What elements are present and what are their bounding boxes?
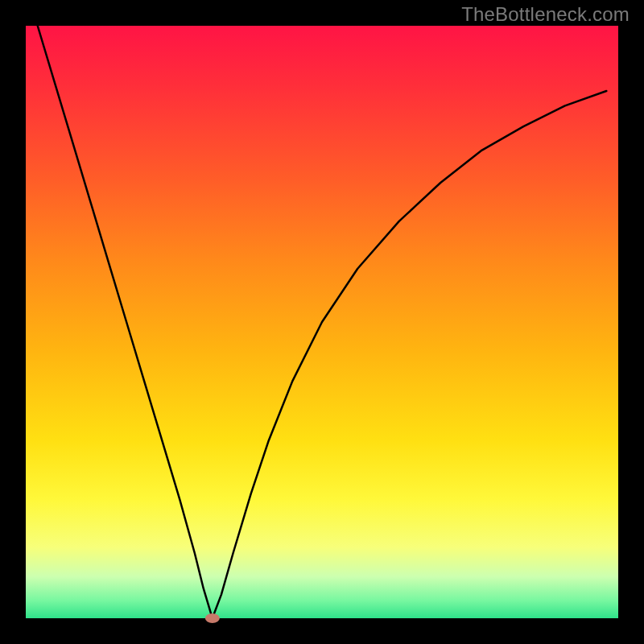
chart-svg [0, 0, 644, 644]
min-point-marker [205, 613, 220, 623]
bottleneck-chart: TheBottleneck.com [0, 0, 644, 644]
watermark-label: TheBottleneck.com [461, 3, 630, 26]
